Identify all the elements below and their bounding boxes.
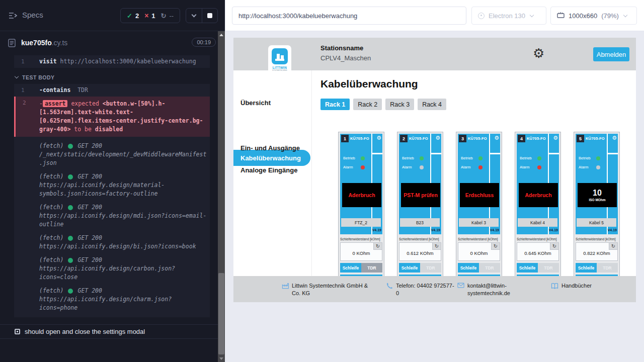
browser-selector[interactable]: Electron 130 bbox=[471, 7, 546, 25]
resistance-section: Schleifenwiderstand [kOhm] ↻ 0 KOhm bbox=[458, 237, 500, 261]
device-gear-icon[interactable]: ⚙ bbox=[494, 135, 499, 141]
spec-row[interactable]: kue705fo.cy.ts 00:19 bbox=[0, 31, 225, 55]
sidebar-item-uebersicht[interactable]: Übersicht bbox=[240, 99, 271, 107]
email-icon bbox=[457, 283, 464, 297]
tab-rack-4[interactable]: Rack 4 bbox=[418, 99, 446, 110]
fetch-status: GET 200 bbox=[77, 287, 102, 295]
tab-rack-2[interactable]: Rack 2 bbox=[353, 99, 382, 110]
spec-name: kue705fo.cy.ts bbox=[21, 39, 67, 47]
fetch-log-block: (fetch)GET 200 /_next/static/development… bbox=[14, 137, 210, 317]
refresh-icon: ↻ bbox=[161, 12, 167, 20]
viewport-zoom: (79%) bbox=[601, 12, 619, 20]
resistance-box: ↻ 0 KOhm bbox=[340, 242, 382, 261]
resistance-section: Schleifenwiderstand [kOhm] ↻ 0.612 KOhm bbox=[399, 237, 441, 261]
stop-button[interactable] bbox=[202, 9, 218, 23]
device-gear-icon[interactable]: ⚙ bbox=[435, 135, 440, 141]
betrieb-led bbox=[537, 156, 541, 160]
betrieb-led-row: Betrieb bbox=[461, 156, 482, 160]
fetch-url: https://api.iconify.design/carbon.json?i… bbox=[39, 264, 208, 282]
tdr-button[interactable]: TDR bbox=[538, 263, 559, 273]
test-stats: ✓ 2 × 1 ↻ -- bbox=[120, 8, 180, 23]
command-contains[interactable]: 1 -contains TDR bbox=[14, 84, 210, 97]
device-model: KÜ705-FO bbox=[409, 136, 428, 141]
factory-icon bbox=[282, 283, 289, 297]
station-name: CPLV4_Maschen bbox=[320, 54, 371, 62]
device-gear-icon[interactable]: ⚙ bbox=[376, 135, 381, 141]
betrieb-led bbox=[361, 156, 365, 160]
phone-icon bbox=[386, 283, 393, 297]
display-text: Aderbruch bbox=[525, 192, 551, 198]
device-model: KÜ705-FO bbox=[586, 136, 605, 141]
assert-chip: assert bbox=[43, 100, 68, 107]
schleife-button[interactable]: Schleife bbox=[576, 263, 597, 273]
tab-rack-3[interactable]: Rack 3 bbox=[385, 99, 414, 110]
scrollbar-thumb[interactable] bbox=[218, 273, 224, 354]
schleife-button[interactable]: Schleife bbox=[517, 263, 538, 273]
device-model: KÜ705-FO bbox=[527, 136, 546, 141]
refresh-icon[interactable]: ↻ bbox=[550, 243, 558, 250]
schleife-button[interactable]: Schleife bbox=[458, 263, 479, 273]
firmware-version: V4.19 bbox=[549, 228, 558, 232]
display-box: Aderbruch bbox=[519, 183, 558, 207]
check-icon: ✓ bbox=[127, 12, 132, 20]
stat-pending: ↻ -- bbox=[161, 12, 174, 20]
cable-label: Kabel 4 bbox=[518, 218, 557, 227]
sidebar-item-kabelueberwachung-active[interactable]: Kabelüberwachung bbox=[233, 150, 310, 166]
next-test-row[interactable]: should open and close the settings modal bbox=[0, 324, 218, 339]
url-input[interactable] bbox=[232, 7, 466, 25]
device-panel: 1 KÜ705-FO ⚙ Betrieb Alarm Aderbruch FTZ… bbox=[340, 134, 382, 234]
firmware-version: V4.19 bbox=[490, 228, 499, 232]
schleife-button[interactable]: Schleife bbox=[340, 263, 361, 273]
fetch-entry[interactable]: (fetch)GET 200 https://api.iconify.desig… bbox=[14, 199, 210, 230]
command-arg: http://localhost:3000/kabelueberwachung bbox=[60, 58, 196, 65]
tab-rack-1[interactable]: Rack 1 bbox=[320, 99, 350, 110]
footer-email: kontakt@littwin-systemtechnik.de bbox=[457, 282, 524, 297]
betrieb-led bbox=[596, 156, 600, 160]
refresh-icon[interactable]: ↻ bbox=[373, 243, 382, 250]
device-panel: 2 KÜ705-FO ⚙ Betrieb Alarm PST-M prüfen … bbox=[399, 134, 441, 234]
tdr-button[interactable]: TDR bbox=[479, 263, 500, 273]
scroll-up-arrow[interactable] bbox=[219, 34, 223, 36]
fetch-entry[interactable]: (fetch)GET 200 https://api.iconify.desig… bbox=[14, 252, 210, 283]
fetch-entry[interactable]: (fetch)GET 200 https://api.iconify.desig… bbox=[14, 168, 210, 199]
device-gear-icon[interactable]: ⚙ bbox=[612, 135, 617, 141]
fetch-entry[interactable]: (fetch)GET 200 https://api.iconify.desig… bbox=[14, 283, 210, 313]
schleife-button[interactable]: Schleife bbox=[399, 263, 420, 273]
littwin-logo-mark bbox=[272, 48, 288, 64]
firmware-version: V4.19 bbox=[431, 228, 440, 232]
refresh-icon[interactable]: ↻ bbox=[609, 243, 617, 250]
command-assert-failed[interactable]: 2-assert expected <button.w-[50%].h-[1.5… bbox=[14, 97, 210, 137]
fetch-status: GET 200 bbox=[77, 172, 102, 181]
collapse-button[interactable] bbox=[186, 9, 202, 23]
sidebar-item-ein-und-ausgaenge[interactable]: Ein- und Ausgänge bbox=[240, 144, 300, 152]
display-box: 10 ISO MOhm bbox=[578, 183, 617, 207]
device-number-badge: 2 bbox=[400, 135, 408, 142]
device-model: KÜ705-FO bbox=[350, 136, 369, 141]
command-visit[interactable]: 1 visit http://localhost:3000/kabelueber… bbox=[14, 55, 210, 68]
fetch-entry[interactable]: (fetch)GET 200 /_next/static/development… bbox=[14, 138, 210, 168]
reporter-scrollbar[interactable] bbox=[218, 31, 225, 362]
refresh-icon[interactable]: ↻ bbox=[432, 243, 441, 250]
viewport-selector[interactable]: 1000x660 (79%) bbox=[550, 7, 637, 25]
scroll-down-arrow[interactable] bbox=[219, 357, 223, 360]
panel-divider bbox=[431, 153, 441, 154]
littwin-logo: LITTWIN SYSTEMTECHNIK bbox=[268, 45, 291, 76]
fetch-status: GET 200 bbox=[77, 203, 102, 212]
footer-manuals-link[interactable]: Handbücher bbox=[551, 282, 592, 291]
test-state-icon bbox=[15, 329, 20, 334]
sidebar-item-analoge-eingaenge[interactable]: Analoge Eingänge bbox=[240, 166, 297, 174]
specs-menu-icon[interactable] bbox=[8, 12, 18, 22]
tdr-button[interactable]: TDR bbox=[597, 263, 618, 273]
test-body-section[interactable]: TEST BODY bbox=[14, 68, 210, 84]
command-log: 1 visit http://localhost:3000/kabelueber… bbox=[14, 55, 210, 324]
settings-gear-icon[interactable]: ⚙ bbox=[533, 45, 544, 61]
fetch-entry[interactable]: (fetch)GET 200 https://api.iconify.desig… bbox=[14, 230, 210, 252]
electron-icon bbox=[478, 13, 485, 19]
specs-title: Specs bbox=[22, 11, 43, 19]
refresh-icon[interactable]: ↻ bbox=[491, 243, 500, 250]
tdr-button[interactable]: TDR bbox=[361, 263, 382, 273]
device-gear-icon[interactable]: ⚙ bbox=[553, 135, 558, 141]
logout-button[interactable]: Abmelden bbox=[593, 47, 629, 61]
tdr-button[interactable]: TDR bbox=[420, 263, 441, 273]
alarm-led bbox=[596, 165, 600, 169]
